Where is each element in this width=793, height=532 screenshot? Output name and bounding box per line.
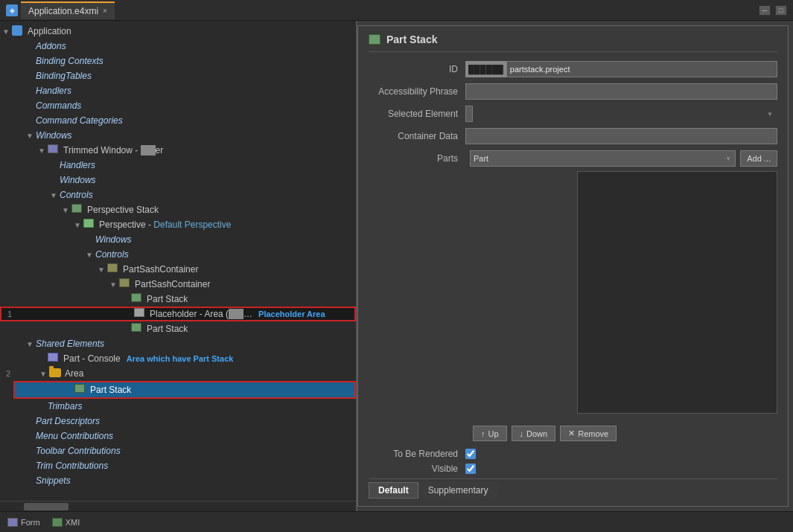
tree-item-controls2[interactable]: ▼ Controls [0,247,356,262]
expander-perspective-stack[interactable]: ▼ [60,206,71,214]
area-row-wrapper: 2 ▼ Area Part Stack [0,366,356,399]
parts-select[interactable]: Part [470,150,736,167]
expander-controls[interactable]: ▼ [48,191,60,199]
down-button[interactable]: ↓ Down [512,426,556,441]
part-console-annotation: Area which have Part Stack [127,354,234,363]
tree-item-binding-tables[interactable]: BindingTables [0,68,356,83]
close-tab-button[interactable]: × [103,7,107,15]
tree-item-windows3[interactable]: Windows [0,232,356,247]
tree-item-handlers2[interactable]: Handlers [0,158,356,173]
container-data-input[interactable] [465,128,777,144]
tab-supplementary[interactable]: Supplementary [418,482,498,499]
tree-item-perspective[interactable]: ▼ Perspective - Default Perspective [0,217,356,232]
tree-label-placeholder: Placeholder - Area (… [150,309,252,319]
tree-item-partstack1[interactable]: Part Stack [0,292,356,307]
tree-label-trimbars: Trimbars [48,401,82,411]
tree-item-part-descriptors[interactable]: Part Descriptors [0,414,356,429]
expander-windows[interactable]: ▼ [24,132,36,140]
action-buttons-row: ↑ Up ↓ Down ✕ Remove [473,426,777,441]
tree-item-root[interactable]: ▼ Application [0,24,356,39]
expander-shared-elements[interactable]: ▼ [24,340,36,348]
tree-label-part-console: Part - Console [63,353,121,364]
tree-item-commands[interactable]: Commands [0,98,356,113]
remove-button[interactable]: ✕ Remove [560,426,617,441]
selected-element-select[interactable] [465,106,473,122]
accessibility-phrase-input[interactable] [465,83,777,100]
area-partstack-wrapper: Part Stack [13,381,356,399]
tree-item-area[interactable]: 2 ▼ Area [0,366,356,381]
expander-partsash1[interactable]: ▼ [95,266,107,274]
tree-item-snippets[interactable]: Snippets [0,473,356,488]
visible-row: Visible [369,464,777,474]
h-scroll-thumb[interactable] [24,503,69,510]
id-input[interactable] [506,61,777,77]
tree-item-partsash2[interactable]: ▼ PartSashContainer [0,277,356,292]
tree-item-command-categories[interactable]: Command Categories [0,113,356,128]
visible-checkbox[interactable] [465,464,476,474]
tree-label-part-descriptors: Part Descriptors [36,416,100,426]
tree-container[interactable]: ▼ Application Addons Binding Contexts [0,21,356,501]
xmi-status-label: XMI [66,518,80,527]
tree-label-root: Application [28,26,71,36]
tree-item-trimmed-window[interactable]: ▼ Trimmed Window - er [0,143,356,158]
to-be-rendered-row: To Be Rendered [369,449,777,459]
up-button[interactable]: ↑ Up [473,426,507,441]
tree-label-controls2: Controls [95,249,129,260]
expander-root[interactable]: ▼ [0,28,12,36]
tree-item-partsash1[interactable]: ▼ PartSashContainer [0,262,356,277]
expander-area[interactable]: ▼ [37,370,49,378]
tree-item-addons[interactable]: Addons [0,39,356,54]
tree-label-controls: Controls [60,190,93,200]
tree-item-windows2[interactable]: Windows [0,173,356,188]
tree-item-placeholder[interactable]: 1 Placeholder - Area (… Placeholder Area [0,307,356,321]
tree-item-windows[interactable]: ▼ Windows [0,128,356,143]
id-label: ID [369,64,465,74]
minimize-button[interactable]: ─ [759,5,771,16]
tree-item-partstack2[interactable]: Part Stack [0,321,356,336]
expander-controls2[interactable]: ▼ [83,251,95,259]
tree-item-toolbar-contributions[interactable]: Toolbar Contributions [0,443,356,458]
editor-tab[interactable]: Application.e4xmi × [21,1,115,19]
add-button[interactable]: Add ... [740,150,777,167]
to-be-rendered-checkbox[interactable] [465,449,476,459]
maximize-button[interactable]: □ [775,5,787,16]
tab-default[interactable]: Default [369,482,418,499]
parts-list-area[interactable] [577,171,777,414]
tree-item-partstack3[interactable]: Part Stack [15,382,354,397]
tree-item-trimbars[interactable]: Trimbars [0,399,356,414]
tree-label-snippets: Snippets [36,475,71,486]
tree-item-controls[interactable]: ▼ Controls [0,188,356,202]
expander-perspective[interactable]: ▼ [71,221,83,229]
id-prefix: ██████ [465,61,506,77]
tree-h-scrollbar[interactable] [0,501,356,511]
container-data-label: Container Data [369,131,465,141]
tree-label-trim-contributions: Trim Contributions [36,461,108,471]
accessibility-phrase-row: Accessibility Phrase [369,83,777,100]
tree-label-trimmed-window: Trimmed Window - er [63,145,163,156]
window-icon [48,144,61,156]
panel-header-icon [369,34,380,45]
form-status-item[interactable]: Form [7,518,40,527]
parts-list-section [369,171,777,420]
tree-label-windows: Windows [36,130,72,141]
placeholder-annotation: Placeholder Area [258,310,325,318]
parts-row: Parts Part Add ... [369,150,777,167]
status-bar: Form XMI [0,511,793,532]
expander-partsash2[interactable]: ▼ [107,281,119,289]
tree-item-perspective-stack[interactable]: ▼ Perspective Stack [0,202,356,217]
tree-label-partstack3: Part Stack [90,385,131,395]
tree-item-handlers[interactable]: Handlers [0,83,356,98]
down-icon: ↓ [520,429,524,438]
selected-element-label: Selected Element [369,109,465,119]
xmi-status-item[interactable]: XMI [52,518,80,527]
tree-label-partsash2: PartSashContainer [135,279,210,289]
partstack1-icon [131,293,144,305]
tree-item-menu-contributions[interactable]: Menu Contributions [0,429,356,443]
selected-element-row: Selected Element [369,106,777,122]
tree-item-part-console[interactable]: Part - Console Area which have Part Stac… [0,351,356,366]
app-icon: ◈ [6,4,18,16]
tree-item-shared-elements[interactable]: ▼ Shared Elements [0,336,356,351]
tree-item-trim-contributions[interactable]: Trim Contributions [0,458,356,473]
tree-item-binding-contexts[interactable]: Binding Contexts [0,54,356,68]
expander-trimmed-window[interactable]: ▼ [36,147,48,155]
